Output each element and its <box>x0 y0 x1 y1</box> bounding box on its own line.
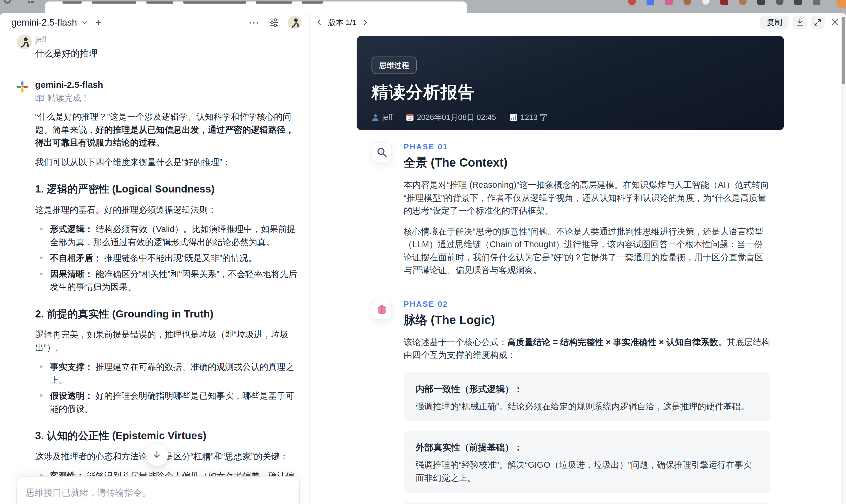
document-toolbar: 版本 1/1 复制 <box>310 13 846 29</box>
report-type-badge: 思维过程 <box>371 56 417 74</box>
phase-paragraphs: 该论述基于一个核心公式：高质量结论 = 结构完整性 × 事实准确性 × 认知自律… <box>404 336 770 362</box>
report-date: 17 2026年01月08日 02:45 <box>406 112 496 123</box>
dimension-card-body: 强调推理的“机械正确”。结论必须在给定的规则系统内逻辑自洽，这是推理的硬件基础。 <box>416 400 758 413</box>
book-icon <box>35 94 44 102</box>
model-selector[interactable]: gemini-2.5-flash <box>11 17 77 28</box>
document-panel: 版本 1/1 复制 <box>310 13 846 504</box>
assistant-bullet-item: 形式逻辑： 结构必须有效（Valid）。比如演绎推理中，如果前提全部为真，那么通… <box>35 223 301 249</box>
browser-menu-icon[interactable] <box>813 0 821 5</box>
calendar-icon: 17 <box>406 114 414 121</box>
assistant-heading: 3. 认知的公正性 (Epistemic Virtues) <box>35 428 301 444</box>
more-options-button[interactable]: ⋯ <box>249 18 260 28</box>
browser-extensions-row <box>628 0 821 5</box>
assistant-paragraph: “什么是好的推理？”这是一个涉及逻辑学、认知科学和哲学核心的问题。简单来说，好的… <box>35 110 301 149</box>
chevron-right-icon <box>362 19 369 26</box>
browser-menu-icon[interactable] <box>776 0 783 5</box>
previous-version-button[interactable] <box>314 17 325 28</box>
close-button[interactable] <box>831 18 839 26</box>
phase-section-1: PHASE 01 全景 (The Context) 本内容是对“推理 (Reas… <box>372 142 846 285</box>
report-meta: jeff 17 2026年01月08日 02:45 <box>371 112 769 123</box>
report-title: 精读分析报告 <box>371 81 769 104</box>
extension-icon[interactable] <box>684 0 691 5</box>
report-author: jeff <box>371 113 392 122</box>
extension-icon[interactable] <box>628 0 636 5</box>
scrollbar-thumb[interactable] <box>842 17 845 85</box>
assistant-markdown: “什么是好的推理？”这是一个涉及逻辑学、认知科学和哲学核心的问题。简单来说，好的… <box>35 110 301 504</box>
address-text-fragment <box>146 1 173 4</box>
arrow-down-icon <box>152 450 162 460</box>
download-icon <box>796 18 804 26</box>
assistant-status: 精读完成！ <box>35 92 309 104</box>
phase-number: PHASE 02 <box>404 300 770 309</box>
address-text-fragment <box>302 1 323 4</box>
assistant-bullet-item: 因果清晰： 能准确区分“相关性”和“因果关系”，不会轻率地将先后发生的事情归为因… <box>35 268 301 294</box>
copy-button[interactable]: 复制 <box>760 16 789 29</box>
dimension-card: 主体伦理（认识美德）：转向推理者的心理特征。引入奥卡姆剃刀和反向论证，旨在克服人… <box>404 502 770 504</box>
settings-sliders-icon[interactable] <box>269 18 279 28</box>
document-scrollbar[interactable] <box>841 13 846 504</box>
extension-icon[interactable] <box>665 0 673 5</box>
next-version-button[interactable] <box>359 17 371 28</box>
extension-icon[interactable] <box>739 0 746 5</box>
dimension-card-title: 内部一致性（形式逻辑）： <box>416 383 758 395</box>
bar-chart-icon <box>510 114 517 121</box>
user-message: jeff 什么是好的推理 <box>0 33 309 60</box>
dimension-card-body: 强调推理的“经验校准”。解决“GIGO（垃圾进，垃圾出）”问题，确保推理引擎运行… <box>416 458 758 484</box>
composer-input[interactable]: 思维接口已就绪，请传输指令。 <box>26 487 292 499</box>
browser-address-bar[interactable] <box>45 1 468 13</box>
screen: gemini-2.5-flash + ⋯ <box>0 0 846 504</box>
close-icon <box>831 18 839 26</box>
assistant-paragraph: 逻辑再完美，如果前提是错误的，推理也是垃圾（即“垃圾进，垃圾出”）。 <box>35 328 301 354</box>
expand-button[interactable] <box>811 16 825 29</box>
dimension-card-title: 外部真实性（前提基础）： <box>416 442 758 454</box>
phase-number: PHASE 01 <box>404 142 770 151</box>
dimension-card: 内部一致性（形式逻辑）：强调推理的“机械正确”。结论必须在给定的规则系统内逻辑自… <box>404 373 770 421</box>
phase-title: 脉络 (The Logic) <box>404 312 770 328</box>
expand-icon <box>814 18 822 26</box>
svg-text:17: 17 <box>408 116 412 120</box>
report-paragraph: 本内容是对“推理 (Reasoning)”这一抽象概念的高层建模。在知识爆炸与人… <box>404 179 770 217</box>
composer: 思维接口已就绪，请传输指令。 <box>16 476 300 504</box>
person-icon <box>371 113 379 121</box>
assistant-bullet-item: 假设透明： 好的推理会明确指明哪些是已知事实，哪些是基于可能的假设。 <box>35 390 301 415</box>
scroll-to-bottom-button[interactable] <box>145 443 169 466</box>
assistant-paragraph: 这是推理的基石。好的推理必须遵循逻辑法则： <box>35 203 301 217</box>
assistant-heading: 1. 逻辑的严密性 (Logical Soundness) <box>35 181 301 197</box>
assistant-bullet-list: 事实支撑： 推理建立在可靠的数据、准确的观测或公认的真理之上。假设透明： 好的推… <box>35 361 301 415</box>
chevron-down-icon[interactable] <box>81 19 88 26</box>
account-avatar[interactable] <box>288 16 302 30</box>
chat-scroll-area[interactable]: jeff 什么是好的推理 gemini-2.5-flash <box>0 30 309 504</box>
address-text-fragment <box>92 1 136 4</box>
chat-panel: gemini-2.5-flash + ⋯ <box>0 13 310 504</box>
app-window: gemini-2.5-flash + ⋯ <box>0 13 846 504</box>
extension-icon[interactable] <box>702 0 710 5</box>
phase-title: 全景 (The Context) <box>404 155 770 171</box>
download-button[interactable] <box>793 16 807 29</box>
new-chat-button[interactable]: + <box>95 17 102 28</box>
browser-nav-icon[interactable] <box>4 0 11 4</box>
user-avatar <box>17 35 32 49</box>
report-word-count: 1213 字 <box>510 112 547 123</box>
dimension-cards: 内部一致性（形式逻辑）：强调推理的“机械正确”。结论必须在给定的规则系统内逻辑自… <box>404 373 770 504</box>
address-text-fragment <box>63 1 82 4</box>
address-text-fragment <box>183 1 246 4</box>
phase-rail <box>372 142 392 285</box>
magnifier-icon <box>372 142 392 162</box>
timeline-connector <box>382 325 382 504</box>
browser-tab-overview-icon[interactable] <box>28 0 34 4</box>
browser-profile-avatar[interactable] <box>836 0 846 8</box>
document-scroll-area[interactable]: 思维过程 精读分析报告 jeff <box>310 29 846 504</box>
assistant-heading: 2. 前提的真实性 (Grounding in Truth) <box>35 306 301 322</box>
gemini-logo-icon <box>16 80 29 94</box>
extension-icon[interactable] <box>647 0 654 5</box>
version-label: 版本 1/1 <box>328 17 356 28</box>
version-navigator: 版本 1/1 <box>314 17 371 28</box>
assistant-bullet-item: 事实支撑： 推理建立在可靠的数据、准确的观测或公认的真理之上。 <box>35 361 301 386</box>
user-message-author: jeff <box>35 33 309 45</box>
assistant-paragraph: 我们可以从以下四个维度来衡量什么是“好的推理”： <box>35 156 301 169</box>
document-actions: 复制 <box>760 16 839 29</box>
phase-section-2: PHASE 02 脉络 (The Logic) 该论述基于一个核心公式：高质量结… <box>372 300 846 504</box>
browser-menu-icon[interactable] <box>757 0 765 5</box>
extension-icon[interactable] <box>720 0 728 5</box>
browser-menu-icon[interactable] <box>794 0 802 5</box>
